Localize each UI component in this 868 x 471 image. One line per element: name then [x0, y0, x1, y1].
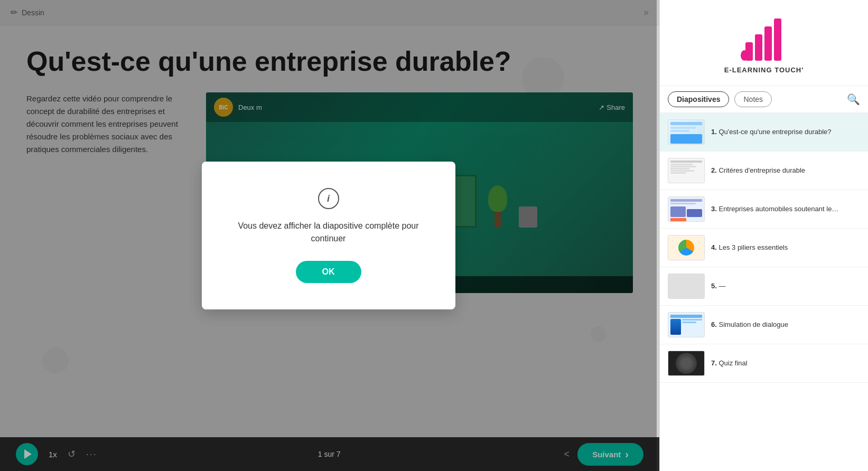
modal-ok-button[interactable]: OK	[296, 261, 361, 283]
svg-point-4	[741, 50, 748, 61]
slide-info-4: 4. Les 3 piliers essentiels	[711, 242, 860, 252]
search-button[interactable]: 🔍	[847, 93, 860, 106]
slide-list-item-2[interactable]: 2. Critères d'entreprise durable	[660, 152, 868, 190]
slide-title-7: 7. Quiz final	[711, 359, 748, 367]
quiz-thumb-inner	[676, 353, 697, 374]
slide-title-3: 3. Entreprises automobiles soutenant le…	[711, 205, 838, 213]
tab-diapositives[interactable]: Diapositives	[668, 91, 729, 107]
logo-text: E-LEARNING TOUCH'	[724, 66, 804, 75]
slide-thumb-5	[668, 274, 705, 299]
svg-rect-2	[764, 26, 772, 61]
search-icon: 🔍	[847, 93, 860, 105]
pie-chart-thumb	[678, 240, 694, 256]
tab-notes[interactable]: Notes	[734, 91, 772, 107]
slide-list-item-6[interactable]: 6. Simulation de dialogue	[660, 306, 868, 344]
modal-info-icon: i	[318, 188, 339, 209]
slide-info-5: 5. —	[711, 281, 860, 291]
logo-area: E-LEARNING TOUCH'	[670, 8, 857, 80]
app-container: ✏ Dessin » Qu'est-ce qu'une entreprise d…	[0, 0, 868, 471]
slide-title-5: 5. —	[711, 282, 725, 290]
slide-thumb-1	[668, 119, 705, 145]
slide-title-1: 1. Qu'est-ce qu'une entreprise durable?	[711, 128, 832, 136]
slide-thumb-4	[668, 235, 705, 260]
slide-list-item-3[interactable]: 3. Entreprises automobiles soutenant le…	[660, 190, 868, 229]
slide-list-item-1[interactable]: 1. Qu'est-ce qu'une entreprise durable?	[660, 113, 868, 152]
slide-list: 1. Qu'est-ce qu'une entreprise durable?	[660, 113, 868, 471]
slide-list-item-4[interactable]: 4. Les 3 piliers essentiels	[660, 229, 868, 267]
slide-list-item-5[interactable]: 5. —	[660, 267, 868, 306]
slide-info-7: 7. Quiz final	[711, 358, 860, 368]
slide-info-2: 2. Critères d'entreprise durable	[711, 165, 860, 175]
sidebar-header: E-LEARNING TOUCH'	[660, 0, 868, 86]
main-content: ✏ Dessin » Qu'est-ce qu'une entreprise d…	[0, 0, 659, 471]
slide-title-2: 2. Critères d'entreprise durable	[711, 166, 805, 174]
svg-rect-3	[774, 18, 781, 61]
slide-thumb-2	[668, 158, 705, 183]
slide-info-1: 1. Qu'est-ce qu'une entreprise durable?	[711, 127, 860, 137]
logo-container: E-LEARNING TOUCH'	[724, 13, 804, 75]
modal-box: i Vous devez afficher la diapositive com…	[202, 162, 455, 309]
slide-thumb-3	[668, 196, 705, 222]
svg-rect-1	[755, 34, 762, 61]
slide-info-3: 3. Entreprises automobiles soutenant le…	[711, 204, 860, 214]
sidebar-tabs: Diapositives Notes 🔍	[660, 86, 868, 113]
sidebar: E-LEARNING TOUCH' Diapositives Notes 🔍	[659, 0, 868, 471]
slide-thumb-6	[668, 312, 705, 337]
slide-list-item-7[interactable]: 7. Quiz final	[660, 344, 868, 383]
slide-title-6: 6. Simulation de dialogue	[711, 321, 788, 328]
logo-svg	[740, 13, 788, 66]
modal-message: Vous devez afficher la diapositive compl…	[234, 220, 424, 245]
slide-thumb-7	[668, 351, 705, 376]
slide-info-6: 6. Simulation de dialogue	[711, 319, 860, 329]
modal-overlay: i Vous devez afficher la diapositive com…	[0, 0, 657, 471]
slide-title-4: 4. Les 3 piliers essentiels	[711, 243, 788, 251]
